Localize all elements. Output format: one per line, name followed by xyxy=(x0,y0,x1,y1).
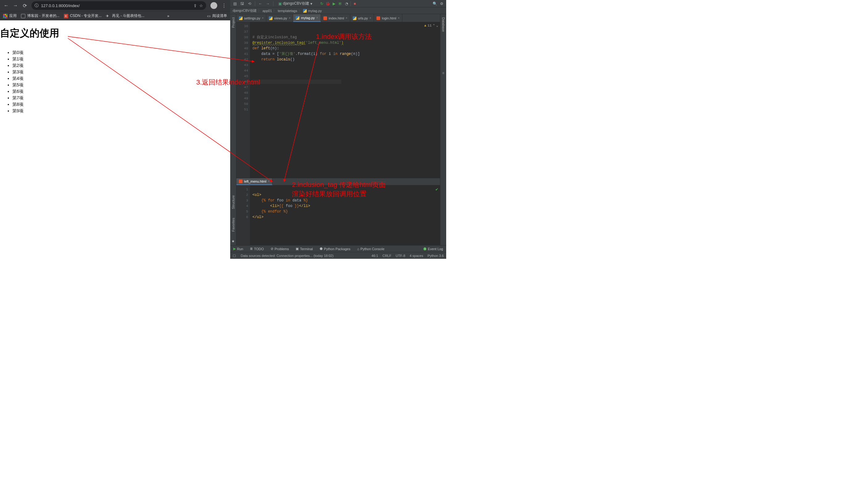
run-controls: ↻ 🐞 ▶ ⛨ ◔ ■ xyxy=(320,1,357,6)
line-separator[interactable]: CRLF xyxy=(382,254,391,258)
list-item: 第2项 xyxy=(12,62,230,69)
inspection-widget[interactable]: ▲ 11 ⌃ ⌄ xyxy=(424,23,438,27)
item-list: 第0项 第1项 第2项 第3项 第4项 第5项 第6项 第7项 第8项 第9项 xyxy=(12,49,230,114)
close-icon[interactable]: × xyxy=(262,16,264,20)
forward-icon[interactable]: → xyxy=(13,3,18,8)
close-icon[interactable]: × xyxy=(289,16,291,20)
python-file-icon xyxy=(296,16,299,20)
todo-tool[interactable]: ≣TODO xyxy=(250,247,264,251)
editor-mytag[interactable]: 36373839404142434445464748495051 # 自定义in… xyxy=(236,22,440,178)
breadcrumb-item[interactable]: app01 xyxy=(262,9,272,13)
page-viewport: 自定义的使用 第0项 第1项 第2项 第3项 第4项 第5项 第6项 第7项 第… xyxy=(0,20,230,259)
bookmark-csdn[interactable]: C CSDN - 专业开发... xyxy=(64,13,102,19)
code-area[interactable]: # 自定义inclusion_tag @register.inclusion_t… xyxy=(250,22,440,178)
project-tool-tab[interactable]: Project xyxy=(232,16,235,29)
run-tool[interactable]: ▶Run xyxy=(233,247,243,251)
bookmark-doutu[interactable]: ✈ 再见 - 斗图表情包... xyxy=(106,13,144,19)
profile-avatar-icon[interactable] xyxy=(211,2,217,9)
chevron-up-icon[interactable]: ⌃ xyxy=(433,23,435,27)
favorites-tool-tab[interactable]: Favorites xyxy=(232,217,235,233)
collapse-icon[interactable]: ≡ xyxy=(442,71,444,75)
separator xyxy=(273,1,273,6)
reading-list-button[interactable]: ▭ 阅读清单 xyxy=(207,13,227,19)
console-tool[interactable]: ⌂Python Console xyxy=(357,247,384,251)
bookmarks-bar: 应用 博客园 - 开发者的... C CSDN - 专业开发... ✈ 再见 -… xyxy=(0,11,230,20)
coverage-icon[interactable]: ⛨ xyxy=(338,1,342,6)
python-file-icon xyxy=(269,16,272,20)
back-icon[interactable]: ← xyxy=(4,3,9,8)
close-icon[interactable]: × xyxy=(346,16,348,20)
rerun-icon[interactable]: ↻ xyxy=(320,1,324,6)
html-file-icon xyxy=(239,180,243,183)
favorites-star-icon: ★ xyxy=(232,239,235,243)
close-icon[interactable]: × xyxy=(369,16,371,20)
breadcrumb-item[interactable]: templatetags xyxy=(278,9,297,13)
undo-icon[interactable]: ← xyxy=(258,1,262,6)
python-interpreter[interactable]: Python 3.6 xyxy=(427,254,444,258)
address-bar[interactable]: ⓘ 127.0.0.1:8000/index/ ⇪ ☆ xyxy=(32,1,206,10)
list-item: 第8项 xyxy=(12,101,230,107)
stop-icon[interactable]: ■ xyxy=(353,1,357,6)
sync-icon[interactable]: ⟲ xyxy=(247,1,252,6)
gutter: 123456 xyxy=(236,185,250,245)
csdn-icon: C xyxy=(64,14,68,18)
tab-views[interactable]: views.py× xyxy=(266,14,293,22)
breadcrumb-item[interactable]: mytag.py xyxy=(308,9,322,13)
redo-icon[interactable]: → xyxy=(266,1,270,6)
bookmark-star-icon[interactable]: ☆ xyxy=(199,3,203,8)
packages-tool[interactable]: ⬢Python Packages xyxy=(320,247,351,251)
profile-icon[interactable]: ◔ xyxy=(345,1,349,6)
list-item: 第6项 xyxy=(12,88,230,95)
problems-tool[interactable]: ⊘Problems xyxy=(271,247,289,251)
settings-icon[interactable]: ⚙ xyxy=(439,1,444,6)
ide-main-toolbar: ▤ 🖫 ⟲ ← → ▣ djangoCBV创建 ▾ ↻ 🐞 ▶ ⛨ ◔ ■ 🔍 … xyxy=(230,0,446,8)
tab-login-html[interactable]: login.html× xyxy=(374,14,402,22)
page-title: 自定义的使用 xyxy=(0,26,230,40)
event-log-tool[interactable]: 1Event Log xyxy=(424,247,443,251)
open-icon[interactable]: ▤ xyxy=(233,1,237,6)
apps-shortcut[interactable]: 应用 xyxy=(3,13,17,19)
tab-urls[interactable]: urls.py× xyxy=(350,14,374,22)
bookmark-blog[interactable]: 博客园 - 开发者的... xyxy=(21,13,59,19)
file-encoding[interactable]: UTF-8 xyxy=(396,254,405,258)
breadcrumb-item[interactable]: djangoCBV创建 xyxy=(233,8,257,13)
tab-settings[interactable]: settings.py× xyxy=(236,14,266,22)
editor-split: 36373839404142434445464748495051 # 自定义in… xyxy=(236,22,440,245)
search-everywhere-icon[interactable]: 🔍 xyxy=(432,1,437,6)
tab-mytag[interactable]: mytag.py× xyxy=(293,14,320,22)
info-icon[interactable]: ⓘ xyxy=(35,3,38,8)
tab-left-menu[interactable]: left_menu.html× xyxy=(236,178,272,185)
breadcrumb-bar: djangoCBV创建〉 app01〉 templatetags〉 mytag.… xyxy=(230,8,446,14)
reload-icon[interactable]: ⟳ xyxy=(22,3,27,8)
share-icon[interactable]: ⇪ xyxy=(193,3,197,8)
tab-index-html[interactable]: index.html× xyxy=(321,14,350,22)
terminal-tool[interactable]: ▣Terminal xyxy=(296,247,313,251)
structure-tool-tab[interactable]: Structure xyxy=(232,194,235,211)
menu-icon[interactable]: ⋮ xyxy=(222,3,226,8)
code-area[interactable]: <ul> {% for foo in data %} <li>{{ foo }}… xyxy=(250,185,440,245)
terminal-icon: ▣ xyxy=(296,247,299,251)
run-icon: ▶ xyxy=(233,247,236,251)
list-item: 第7项 xyxy=(12,95,230,101)
close-icon[interactable]: × xyxy=(268,180,270,183)
browser-toolbar: ← → ⟳ ⓘ 127.0.0.1:8000/index/ ⇪ ☆ ⋮ xyxy=(0,0,230,11)
save-icon[interactable]: 🖫 xyxy=(240,1,244,6)
chevron-down-icon[interactable]: ⌄ xyxy=(436,23,438,27)
chevron-down-icon: ▾ xyxy=(311,1,312,6)
indent-setting[interactable]: 4 spaces xyxy=(409,254,423,258)
close-icon[interactable]: × xyxy=(398,16,399,20)
editor-left-menu[interactable]: 123456 <ul> {% for foo in data %} <li>{{… xyxy=(236,185,440,245)
close-icon[interactable]: × xyxy=(316,16,318,20)
reading-list-icon: ▭ xyxy=(207,14,211,18)
ide-body: Project Structure Favorites ★ settings.p… xyxy=(230,14,446,245)
run-config-selector[interactable]: ▣ djangoCBV创建 ▾ xyxy=(277,1,314,6)
doutu-icon: ✈ xyxy=(106,14,110,18)
run-icon[interactable]: ▶ xyxy=(332,1,336,6)
database-tool-tab[interactable]: Database xyxy=(442,16,445,33)
tool-window-icon[interactable]: ▢ xyxy=(233,253,236,258)
debug-icon[interactable]: 🐞 xyxy=(326,1,330,6)
bookmarks-overflow-icon[interactable]: » xyxy=(167,14,169,18)
notification-badge-icon: 1 xyxy=(424,247,426,250)
cnblogs-icon xyxy=(21,14,25,18)
caret-position[interactable]: 46:1 xyxy=(372,254,378,258)
